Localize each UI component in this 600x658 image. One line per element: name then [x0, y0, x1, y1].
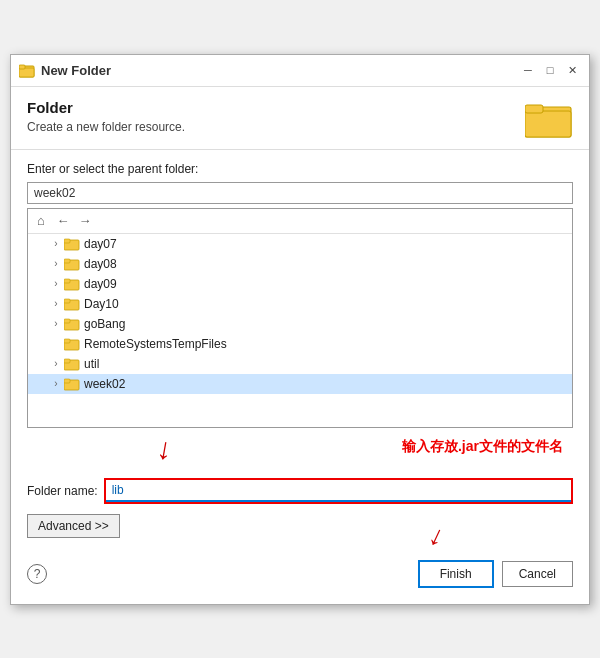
svg-rect-13: [64, 299, 70, 303]
expand-icon: ›: [48, 296, 64, 312]
svg-rect-21: [64, 379, 70, 383]
svg-rect-11: [64, 279, 70, 283]
title-bar-text: New Folder: [41, 63, 519, 78]
header-text: Folder Create a new folder resource.: [27, 99, 185, 134]
tree-item-gobang[interactable]: › goBang: [28, 314, 572, 334]
annotation-area: ↓ 输入存放.jar文件的文件名: [27, 428, 573, 478]
tree-item-remotesystems-label: RemoteSystemsTempFiles: [84, 337, 227, 351]
header-section: Folder Create a new folder resource.: [11, 87, 589, 150]
folder-name-input-wrapper: [104, 478, 573, 504]
tree-item-day10-label: Day10: [84, 297, 119, 311]
header-subtitle: Create a new folder resource.: [27, 120, 185, 134]
folder-icon: [64, 257, 80, 271]
expand-icon: ›: [48, 376, 64, 392]
minimize-button[interactable]: ─: [519, 61, 537, 79]
folder-icon: [64, 377, 80, 391]
folder-name-input[interactable]: [106, 480, 571, 502]
svg-rect-2: [19, 65, 25, 69]
expand-icon: ›: [48, 356, 64, 372]
tree-item-day09-label: day09: [84, 277, 117, 291]
bottom-buttons-row: ↓ ? Finish Cancel: [11, 550, 589, 604]
close-button[interactable]: ✕: [563, 61, 581, 79]
svg-rect-4: [525, 111, 571, 137]
svg-rect-5: [525, 105, 543, 113]
home-button[interactable]: ⌂: [32, 212, 50, 230]
title-bar-controls: ─ □ ✕: [519, 61, 581, 79]
red-arrow-down: ↓: [154, 430, 175, 466]
header-title: Folder: [27, 99, 185, 116]
new-folder-dialog: New Folder ─ □ ✕ Folder Create a new fol…: [10, 54, 590, 605]
folder-icon: [64, 277, 80, 291]
back-button[interactable]: ←: [54, 212, 72, 230]
folder-name-label: Folder name:: [27, 484, 98, 498]
footer-left: ?: [27, 564, 410, 584]
expand-icon: ›: [48, 316, 64, 332]
cancel-button[interactable]: Cancel: [502, 561, 573, 587]
tree-item-util[interactable]: › util: [28, 354, 572, 374]
tree-item-gobang-label: goBang: [84, 317, 125, 331]
tree-item-day08-label: day08: [84, 257, 117, 271]
title-bar: New Folder ─ □ ✕: [11, 55, 589, 87]
tree-item-remotesystems[interactable]: › RemoteSystemsTempFiles: [28, 334, 572, 354]
tree-item-week02-label: week02: [84, 377, 125, 391]
tree-item-day07-label: day07: [84, 237, 117, 251]
svg-rect-9: [64, 259, 70, 263]
svg-rect-19: [64, 359, 70, 363]
folder-path-input[interactable]: [27, 182, 573, 204]
tree-item-week02[interactable]: › week02: [28, 374, 572, 394]
finish-button[interactable]: Finish: [418, 560, 494, 588]
folder-icon: [64, 237, 80, 251]
expand-icon: ›: [48, 276, 64, 292]
content-area: Enter or select the parent folder: ⌂ ← →…: [11, 150, 589, 550]
forward-button[interactable]: →: [76, 212, 94, 230]
dialog-icon: [19, 62, 35, 78]
svg-rect-7: [64, 239, 70, 243]
folder-name-row: Folder name:: [27, 478, 573, 504]
annotation-text: 输入存放.jar文件的文件名: [402, 438, 563, 456]
svg-rect-15: [64, 319, 70, 323]
tree-item-util-label: util: [84, 357, 99, 371]
folder-icon: [64, 297, 80, 311]
tree-item-day08[interactable]: › day08: [28, 254, 572, 274]
tree-item-day10[interactable]: › Day10: [28, 294, 572, 314]
folder-icon: [64, 317, 80, 331]
svg-rect-17: [64, 339, 70, 343]
tree-toolbar: ⌂ ← →: [28, 209, 572, 234]
tree-item-day09[interactable]: › day09: [28, 274, 572, 294]
help-button[interactable]: ?: [27, 564, 47, 584]
restore-button[interactable]: □: [541, 61, 559, 79]
advanced-button[interactable]: Advanced >>: [27, 514, 120, 538]
tree-item-day07[interactable]: › day07: [28, 234, 572, 254]
folder-tree: ⌂ ← → › day07 › day08 ›: [27, 208, 573, 428]
expand-icon: ›: [48, 256, 64, 272]
folder-icon: [64, 357, 80, 371]
tree-label: Enter or select the parent folder:: [27, 162, 573, 176]
folder-icon: [64, 337, 80, 351]
folder-large-icon: [525, 99, 573, 139]
expand-icon: ›: [48, 236, 64, 252]
